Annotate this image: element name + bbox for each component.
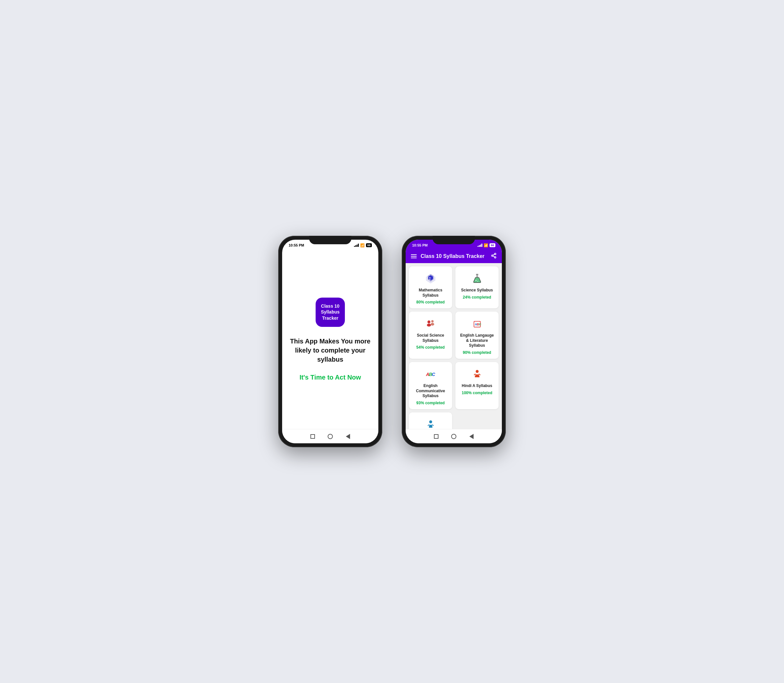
wifi-icon: 📶 <box>360 243 365 247</box>
app-bar: Class 10 Syllabus Tracker <box>406 250 502 263</box>
hindi-a-icon <box>470 367 484 382</box>
nav-back-button-2[interactable] <box>469 433 474 439</box>
subject-card-eng-lit[interactable]: A B C English Langauge & Literature Syll… <box>455 311 499 359</box>
hamburger-icon[interactable] <box>411 254 417 258</box>
svg-rect-9 <box>476 274 478 275</box>
signal-icon <box>354 244 359 247</box>
science-icon <box>470 272 484 286</box>
circle-icon <box>328 434 333 439</box>
svg-point-12 <box>477 281 478 282</box>
grid-spacer <box>455 412 499 429</box>
svg-text:C: C <box>479 322 481 326</box>
svg-point-11 <box>475 280 477 281</box>
social-science-progress: 54% completed <box>416 345 445 350</box>
app-bar-title: Class 10 Syllabus Tracker <box>421 253 487 259</box>
eng-lit-progress: 90% completed <box>463 350 491 355</box>
square-icon <box>310 434 315 439</box>
square-icon-2 <box>434 434 438 439</box>
nav-home-button[interactable] <box>327 433 333 439</box>
nav-back-button[interactable] <box>345 433 351 439</box>
subjects-grid: ∑ Mathematics Syllabus 80% completed <box>406 263 502 429</box>
svg-line-3 <box>493 256 494 257</box>
subject-card-hindi-a[interactable]: Hindi A Syllabus 100% completed <box>455 362 499 409</box>
subject-card-eng-comm[interactable]: A B C English Communicative Syllabus 93%… <box>409 362 452 409</box>
phone-notch-2 <box>433 236 475 244</box>
math-name: Mathematics Syllabus <box>412 288 449 298</box>
status-time-main: 10:55 PM <box>412 243 428 247</box>
bottom-nav-splash <box>282 429 378 443</box>
hindi-b-icon <box>424 418 438 429</box>
subject-card-math[interactable]: ∑ Mathematics Syllabus 80% completed <box>409 266 452 308</box>
app-icon[interactable]: Class 10 Syllabus Tracker <box>315 298 345 327</box>
signal-icon-main <box>477 244 482 247</box>
phone-notch <box>309 236 351 244</box>
svg-rect-10 <box>476 274 478 277</box>
science-progress: 24% completed <box>463 295 491 300</box>
svg-text:∑: ∑ <box>429 277 431 280</box>
subject-card-social-science[interactable]: Social Science Syllabus 54% completed <box>409 311 452 359</box>
social-science-icon <box>424 317 438 331</box>
circle-icon-2 <box>451 434 456 439</box>
nav-square-button-2[interactable] <box>433 433 439 439</box>
phone-splash: 10:55 PM 📶 66 Class 10 Syllabus Tracker … <box>278 236 382 447</box>
bottom-nav-main <box>406 429 502 443</box>
hindi-a-progress: 100% completed <box>462 391 492 395</box>
eng-comm-name: English Communicative Syllabus <box>412 383 449 399</box>
triangle-icon-2 <box>469 434 474 439</box>
hindi-a-name: Hindi A Syllabus <box>462 383 493 389</box>
svg-point-26 <box>475 370 478 373</box>
status-icons: 📶 66 <box>354 243 372 247</box>
svg-point-16 <box>431 323 434 325</box>
splash-cta[interactable]: It's Time to Act Now <box>299 374 361 381</box>
eng-lit-icon: A B C <box>470 317 484 331</box>
subject-card-hindi-b[interactable]: Hindi B Syllabus 23% completed <box>409 412 452 429</box>
svg-point-14 <box>427 324 431 327</box>
battery-indicator: 66 <box>366 243 372 247</box>
triangle-icon <box>346 434 350 439</box>
svg-point-15 <box>431 320 433 322</box>
eng-comm-progress: 93% completed <box>416 401 445 405</box>
svg-point-13 <box>427 321 430 323</box>
status-icons-main: 📶 66 <box>477 243 495 247</box>
eng-comm-icon: A B C <box>424 367 438 382</box>
battery-main: 66 <box>490 243 495 247</box>
social-science-name: Social Science Syllabus <box>412 333 449 343</box>
phone-main: 10:55 PM 📶 66 Class 10 Syllabus Tracker <box>402 236 506 447</box>
splash-screen: Class 10 Syllabus Tracker This App Makes… <box>282 250 378 429</box>
nav-square-button[interactable] <box>310 433 315 439</box>
math-progress: 80% completed <box>416 300 445 305</box>
svg-text:C: C <box>432 372 435 377</box>
splash-tagline: This App Makes You more likely to comple… <box>289 337 372 364</box>
status-time: 10:55 PM <box>289 243 304 247</box>
subject-card-science[interactable]: Science Syllabus 24% completed <box>455 266 499 308</box>
share-icon[interactable] <box>491 253 497 260</box>
svg-line-4 <box>493 254 494 255</box>
svg-point-27 <box>429 420 432 423</box>
science-name: Science Syllabus <box>461 288 493 293</box>
splash-body: Class 10 Syllabus Tracker This App Makes… <box>282 250 378 429</box>
wifi-icon-main: 📶 <box>484 243 488 247</box>
math-icon: ∑ <box>424 272 438 286</box>
nav-home-button-2[interactable] <box>451 433 457 439</box>
eng-lit-name: English Langauge & Literature Syllabus <box>459 333 495 348</box>
